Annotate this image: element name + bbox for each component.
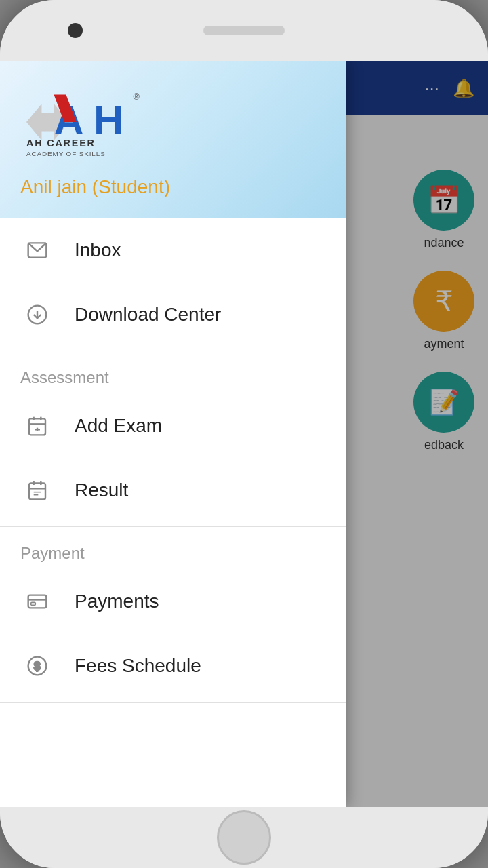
svg-text:H: H bbox=[94, 97, 123, 143]
menu-item-fees-schedule[interactable]: $ Fees Schedule bbox=[0, 634, 346, 698]
section-assessment: Assessment bbox=[0, 355, 346, 394]
add-exam-label: Add Exam bbox=[75, 415, 162, 437]
svg-rect-10 bbox=[29, 418, 45, 435]
section-payment: Payment bbox=[0, 530, 346, 570]
menu-item-result[interactable]: Result bbox=[0, 458, 346, 523]
speaker bbox=[203, 26, 285, 35]
dollar-icon: $ bbox=[20, 649, 54, 683]
phone-bottom-bezel bbox=[0, 807, 488, 868]
divider-1 bbox=[0, 351, 346, 351]
drawer-header: A H ® AH CAREER ACADEMY OF SKILLS Anil j… bbox=[0, 61, 346, 218]
logo-area: A H ® AH CAREER ACADEMY OF SKILLS bbox=[20, 88, 325, 156]
menu-item-payments[interactable]: Payments bbox=[0, 570, 346, 634]
menu-item-inbox[interactable]: Inbox bbox=[0, 218, 346, 283]
download-center-label: Download Center bbox=[75, 304, 221, 326]
svg-text:ACADEMY OF SKILLS: ACADEMY OF SKILLS bbox=[26, 150, 106, 157]
svg-rect-24 bbox=[31, 602, 36, 605]
home-button[interactable] bbox=[217, 810, 271, 865]
svg-rect-22 bbox=[28, 595, 47, 608]
divider-2 bbox=[0, 526, 346, 527]
result-label: Result bbox=[75, 479, 128, 501]
drawer-menu: Inbox Download Center Assessment bbox=[0, 218, 346, 807]
svg-text:®: ® bbox=[134, 92, 140, 102]
menu-item-add-exam[interactable]: Add Exam bbox=[0, 394, 346, 458]
user-name: Anil jain (Student) bbox=[20, 176, 325, 198]
menu-item-download-center[interactable]: Download Center bbox=[0, 283, 346, 347]
result-calendar-icon bbox=[20, 473, 54, 507]
phone-top-bezel bbox=[0, 0, 488, 61]
inbox-label: Inbox bbox=[75, 239, 121, 261]
download-icon bbox=[20, 298, 54, 332]
ah-career-logo: A H ® AH CAREER ACADEMY OF SKILLS bbox=[20, 88, 142, 156]
svg-text:AH CAREER: AH CAREER bbox=[26, 138, 96, 149]
payments-label: Payments bbox=[75, 591, 159, 612]
calendar-add-icon bbox=[20, 409, 54, 443]
navigation-drawer: A H ® AH CAREER ACADEMY OF SKILLS Anil j… bbox=[0, 61, 346, 807]
mail-icon bbox=[20, 233, 54, 267]
fees-schedule-label: Fees Schedule bbox=[75, 655, 201, 677]
divider-3 bbox=[0, 702, 346, 703]
svg-rect-16 bbox=[29, 483, 45, 499]
front-camera bbox=[68, 23, 83, 38]
screen: ⏰ VoLTE LTE 📶 20% 🔋 5:08 PM ··· 🔔 📅 bbox=[0, 61, 488, 807]
svg-text:$: $ bbox=[34, 660, 40, 672]
card-icon bbox=[20, 585, 54, 618]
